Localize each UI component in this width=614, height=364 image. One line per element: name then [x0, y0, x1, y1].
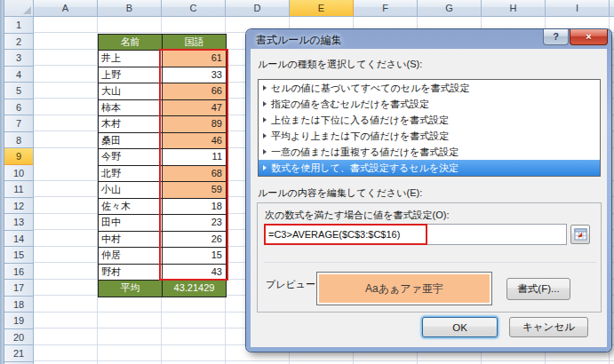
column-header-E[interactable]: E [290, 0, 354, 16]
column-header-C[interactable]: C [162, 0, 226, 16]
row-header-16[interactable]: 16 [4, 264, 34, 281]
row-header-13[interactable]: 13 [4, 214, 34, 231]
row-header-12[interactable]: 12 [4, 198, 34, 215]
formula-input[interactable] [264, 224, 567, 245]
row-header-8[interactable]: 8 [4, 132, 34, 149]
table-row: 北野68 [99, 166, 227, 183]
cell-B3[interactable]: 井上 [99, 51, 163, 67]
row-header-6[interactable]: 6 [4, 99, 34, 116]
cell-C11[interactable]: 59 [163, 182, 227, 199]
cell-C4[interactable]: 33 [163, 67, 227, 84]
row-header-14[interactable]: 14 [4, 231, 34, 248]
table-row: 今野11 [99, 149, 227, 166]
cell-C6[interactable]: 47 [163, 100, 227, 117]
rule-type-item-3[interactable]: 上位または下位に入る値だけを書式設定 [259, 112, 600, 128]
cell-C16[interactable]: 43 [163, 265, 227, 281]
rule-type-item-label: セルの値に基づいてすべてのセルを書式設定 [271, 80, 470, 96]
range-selector-button[interactable] [570, 225, 590, 244]
column-header-D[interactable]: D [226, 0, 290, 16]
cell-B10[interactable]: 北野 [99, 166, 163, 183]
select-all-button[interactable] [4, 0, 34, 16]
cell-C14[interactable]: 26 [163, 232, 227, 249]
rule-type-item-label: 平均より上または下の値だけを書式設定 [271, 128, 449, 144]
score-table: 名前国語井上61上野33大山66柿本47木村89桑田46今野11北野68小山59… [98, 34, 227, 297]
row-header-7[interactable]: 7 [4, 115, 34, 132]
item-arrow-icon [263, 149, 267, 154]
row-header-9[interactable]: 9 [4, 148, 34, 165]
column-header-A[interactable]: A [34, 0, 98, 16]
column-headers: ABCDEFGHI [4, 0, 614, 17]
row-header-11[interactable]: 11 [4, 181, 34, 198]
cell-B12[interactable]: 佐々木 [99, 199, 163, 216]
cell-B2[interactable]: 名前 [99, 35, 163, 51]
row-header-17[interactable]: 17 [4, 280, 34, 297]
row-header-21[interactable]: 21 [4, 345, 34, 362]
row-header-19[interactable]: 19 [4, 313, 34, 329]
cell-C13[interactable]: 23 [163, 215, 227, 232]
cell-B11[interactable]: 小山 [99, 182, 163, 199]
cell-C5[interactable]: 66 [163, 83, 227, 100]
cell-B17[interactable]: 平均 [99, 281, 163, 297]
column-header-F[interactable]: F [354, 0, 418, 16]
cell-B4[interactable]: 上野 [99, 67, 163, 84]
row-header-4[interactable]: 4 [4, 67, 34, 83]
rule-type-item-4[interactable]: 平均より上または下の値だけを書式設定 [259, 128, 600, 144]
column-header-I[interactable]: I [546, 0, 610, 16]
help-icon[interactable]: ? [543, 29, 569, 45]
cell-B14[interactable]: 中村 [99, 232, 163, 249]
item-arrow-icon [263, 85, 267, 91]
cell-C15[interactable]: 15 [163, 248, 227, 265]
cell-B9[interactable]: 今野 [99, 149, 163, 166]
formula-label: 次の数式を満たす場合に値を書式設定(O): [265, 209, 450, 222]
row-header-20[interactable]: 20 [4, 329, 34, 346]
edit-formatting-rule-dialog: 書式ルールの編集 ? × ルールの種類を選択してください(S): セルの値に基づ… [246, 29, 611, 352]
ok-button[interactable]: OK [422, 317, 498, 337]
table-row: 野村43 [99, 265, 227, 281]
cell-B13[interactable]: 田中 [99, 215, 163, 232]
column-header-H[interactable]: H [482, 0, 546, 16]
select-all-triangle-icon [23, 6, 31, 14]
cell-C7[interactable]: 89 [163, 116, 227, 133]
cell-C10[interactable]: 68 [163, 166, 227, 183]
cell-C3[interactable]: 61 [163, 51, 227, 67]
rule-content-groupbox: 次の数式を満たす場合に値を書式設定(O): プレビュー: [257, 202, 602, 313]
format-button[interactable]: 書式(F)... [506, 278, 570, 300]
close-icon[interactable]: × [570, 29, 608, 45]
item-arrow-icon [263, 101, 267, 107]
cell-B7[interactable]: 木村 [99, 116, 163, 133]
preview-label: プレビュー: [266, 278, 318, 291]
rule-type-item-2[interactable]: 指定の値を含むセルだけを書式設定 [259, 96, 600, 112]
table-row: 井上61 [99, 51, 227, 67]
row-header-2[interactable]: 2 [4, 34, 34, 51]
row-header-5[interactable]: 5 [4, 83, 34, 99]
cell-B15[interactable]: 仲居 [99, 248, 163, 265]
cell-B8[interactable]: 桑田 [99, 133, 163, 150]
row-header-18[interactable]: 18 [4, 297, 34, 313]
rule-type-label: ルールの種類を選択してください(S): [258, 58, 422, 71]
item-arrow-icon [263, 133, 267, 138]
cell-B6[interactable]: 柿本 [99, 100, 163, 117]
column-header-G[interactable]: G [418, 0, 482, 16]
cancel-button[interactable]: キャンセル [509, 317, 588, 337]
rule-type-item-1[interactable]: セルの値に基づいてすべてのセルを書式設定 [259, 80, 600, 96]
rule-type-item-label: 上位または下位に入る値だけを書式設定 [271, 112, 449, 128]
column-header-B[interactable]: B [98, 0, 162, 16]
cell-B5[interactable]: 大山 [99, 83, 163, 100]
rule-content-label: ルールの内容を編集してください(E): [258, 186, 422, 200]
cell-C9[interactable]: 11 [163, 149, 227, 166]
cell-C8[interactable]: 46 [163, 133, 227, 150]
preview-sample-text: Aaあぁアァ亜宇 [319, 274, 490, 303]
row-header-15[interactable]: 15 [4, 247, 34, 264]
rule-type-item-5[interactable]: 一意の値または重複する値だけを書式設定 [259, 144, 600, 160]
cell-C2[interactable]: 国語 [163, 35, 227, 51]
table-row: 田中23 [99, 215, 227, 232]
rule-type-item-6[interactable]: 数式を使用して、書式設定するセルを決定 [259, 160, 600, 176]
cell-C12[interactable]: 18 [163, 199, 227, 216]
row-header-1[interactable]: 1 [4, 17, 34, 34]
row-header-3[interactable]: 3 [4, 50, 34, 67]
rule-type-item-label: 一意の値または重複する値だけを書式設定 [271, 144, 459, 160]
excel-window: ABCDEFGHI 123456789101112131415161718192… [0, 0, 614, 364]
row-header-10[interactable]: 10 [4, 165, 34, 182]
cell-C17[interactable]: 43.21429 [163, 281, 227, 297]
cell-B16[interactable]: 野村 [99, 265, 163, 281]
